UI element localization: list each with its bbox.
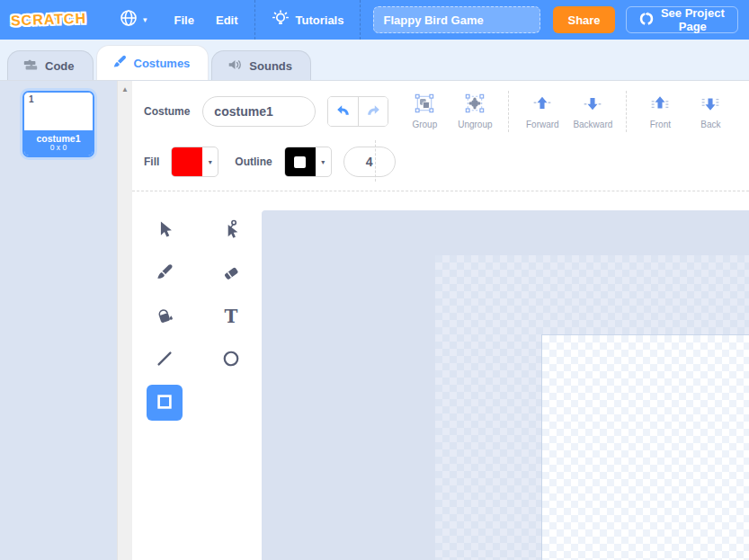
- reshape-icon: [221, 219, 241, 242]
- backward-label: Backward: [573, 120, 612, 129]
- line-icon: [155, 349, 174, 371]
- editor-content: 1 costume1 0 x 0 ▲ Costume: [0, 81, 749, 560]
- ungroup-icon: [465, 93, 485, 117]
- stroke-width-input[interactable]: [343, 147, 396, 177]
- forward-button[interactable]: Forward: [521, 93, 564, 129]
- outline-color-picker[interactable]: ▾: [284, 147, 332, 177]
- tab-sounds[interactable]: Sounds: [211, 50, 311, 80]
- forward-label: Forward: [526, 120, 559, 129]
- share-button[interactable]: Share: [553, 6, 614, 33]
- brush-icon: [155, 262, 174, 285]
- redo-button[interactable]: [358, 97, 388, 126]
- language-menu[interactable]: ▾: [110, 0, 156, 40]
- costume-index: 1: [29, 94, 34, 104]
- remix-icon: [639, 12, 654, 29]
- arrange-buttons: Group: [403, 91, 732, 132]
- speaker-icon: [227, 57, 243, 76]
- arrow-down-lines-icon: [700, 93, 720, 117]
- scratch-logo[interactable]: SCRATCH: [11, 11, 87, 30]
- tutorials-label: Tutorials: [296, 13, 344, 27]
- paintbrush-icon: [111, 54, 128, 73]
- undo-arrow-icon: [334, 102, 352, 122]
- chevron-down-icon: ▾: [143, 15, 147, 24]
- topbar-divider: [254, 0, 255, 40]
- front-label: Front: [650, 120, 671, 129]
- see-project-page-label: See Project Page: [661, 6, 725, 33]
- toolbar-divider: [375, 140, 376, 182]
- tool-fill[interactable]: [147, 298, 183, 334]
- tool-select[interactable]: [147, 212, 183, 248]
- edit-menu[interactable]: Edit: [205, 0, 249, 40]
- costume-name-input[interactable]: [202, 96, 316, 127]
- arrow-up-icon: [532, 93, 552, 117]
- globe-icon: [119, 8, 138, 31]
- scroll-up-arrow-icon[interactable]: ▲: [118, 85, 132, 93]
- lightbulb-icon: [272, 10, 290, 31]
- tool-palette: T: [147, 212, 249, 421]
- topbar-divider: [360, 0, 361, 40]
- arrow-down-icon: [583, 93, 602, 117]
- top-menu-bar: SCRATCH ▾ File Edit: [0, 0, 749, 40]
- costume-preview: [24, 93, 93, 130]
- redo-arrow-icon: [364, 102, 382, 122]
- paint-toolbar-row1: Costume: [132, 93, 732, 129]
- tool-circle[interactable]: [213, 342, 249, 378]
- project-name-input[interactable]: [373, 6, 540, 33]
- front-button[interactable]: Front: [638, 93, 682, 129]
- fill-color-swatch: [172, 147, 202, 177]
- cursor-icon: [155, 219, 174, 242]
- costume-thumbnail-selected[interactable]: 1 costume1 0 x 0: [20, 88, 97, 160]
- tool-reshape[interactable]: [213, 212, 249, 248]
- ungroup-button[interactable]: Ungroup: [453, 93, 496, 129]
- paint-bucket-icon: [155, 306, 174, 328]
- group-icon: [415, 93, 434, 117]
- text-icon: T: [225, 307, 238, 325]
- costume-list-scrollbar[interactable]: ▲: [117, 81, 132, 560]
- tab-sounds-label: Sounds: [249, 59, 292, 73]
- scratch-editor: SCRATCH ▾ File Edit: [0, 0, 749, 560]
- tab-costumes[interactable]: Costumes: [96, 45, 210, 80]
- tool-line[interactable]: [147, 342, 183, 378]
- tab-code-label: Code: [45, 59, 75, 73]
- back-label: Back: [700, 120, 720, 129]
- toolbar-divider: [626, 91, 627, 132]
- costume-field-label: Costume: [144, 105, 190, 118]
- fill-color-picker[interactable]: ▾: [171, 147, 218, 177]
- tab-costumes-label: Costumes: [134, 57, 191, 70]
- tool-text[interactable]: T: [213, 298, 249, 334]
- backward-button[interactable]: Backward: [571, 93, 614, 129]
- tutorials-button[interactable]: Tutorials: [261, 0, 355, 40]
- code-blocks-icon: [22, 57, 39, 76]
- chevron-down-icon: ▾: [316, 158, 331, 166]
- fill-label: Fill: [144, 156, 159, 168]
- rectangle-icon: [155, 392, 174, 414]
- editor-tab-bar: Code Costumes Sounds: [0, 40, 749, 81]
- tool-brush[interactable]: [147, 255, 183, 291]
- group-button[interactable]: Group: [403, 93, 446, 129]
- costume-list-panel: 1 costume1 0 x 0: [0, 81, 117, 560]
- tab-code[interactable]: Code: [7, 50, 94, 80]
- outline-color-swatch: [285, 147, 316, 177]
- tool-rectangle[interactable]: [147, 385, 183, 421]
- canvas-artboard[interactable]: [541, 334, 749, 560]
- outline-label: Outline: [235, 156, 272, 168]
- chevron-down-icon: ▾: [202, 158, 218, 166]
- costume-size-label: 0 x 0: [24, 144, 93, 153]
- see-project-page-button[interactable]: See Project Page: [626, 6, 738, 33]
- tool-eraser[interactable]: [213, 255, 249, 291]
- toolbar-divider: [508, 91, 509, 132]
- arrow-up-lines-icon: [650, 93, 670, 117]
- file-menu[interactable]: File: [164, 0, 205, 40]
- toolbar-bottom-divider: [132, 191, 749, 191]
- paint-canvas[interactable]: [261, 209, 749, 560]
- eraser-icon: [221, 262, 241, 285]
- ungroup-label: Ungroup: [458, 120, 492, 129]
- paint-editor: Costume: [132, 81, 749, 560]
- paint-toolbar-row2: Fill ▾ Outline ▾: [132, 144, 396, 180]
- back-button[interactable]: Back: [689, 93, 732, 129]
- undo-button[interactable]: [328, 97, 358, 126]
- group-label: Group: [412, 120, 437, 129]
- circle-icon: [221, 349, 241, 371]
- undo-redo-group: [327, 96, 388, 127]
